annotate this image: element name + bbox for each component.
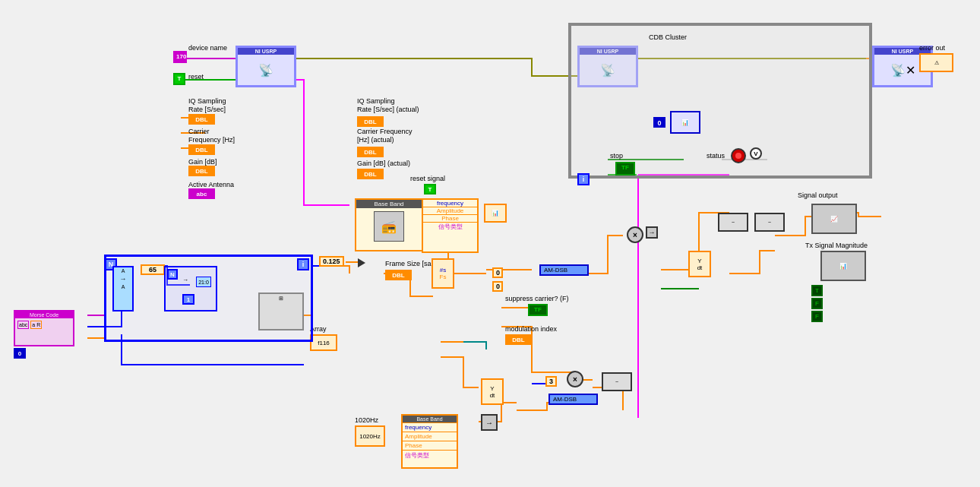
bottom-signal-cluster[interactable]: Base Band frequency Amplitude Phase 信号类型 xyxy=(401,414,458,469)
stop-indicator[interactable] xyxy=(731,148,746,163)
array-block[interactable]: f116 xyxy=(310,334,337,351)
frequency-item: frequency xyxy=(423,200,477,207)
signal-subvi[interactable]: 📊 xyxy=(484,204,507,223)
bottom-phase: Phase xyxy=(403,441,457,450)
device-name-const[interactable]: 170 xyxy=(173,51,187,63)
buffer-block xyxy=(354,256,369,270)
morse-ar: a R xyxy=(30,321,42,329)
multiply-func[interactable]: × xyxy=(627,226,643,243)
iq-actual-label: IQ Sampling xyxy=(357,97,395,105)
bottom-type: 信号类型 xyxy=(403,450,457,460)
multiply-bottom[interactable]: × xyxy=(567,371,583,387)
shift-reg-arrow: → xyxy=(119,274,128,283)
reset-bool[interactable]: T xyxy=(173,73,185,85)
bottom-amp: Amplitude xyxy=(403,432,457,441)
f-ind-2[interactable]: F xyxy=(811,311,823,322)
inner-reg[interactable]: 21:0 xyxy=(196,277,211,287)
waveform-chart[interactable]: 📊 xyxy=(670,111,700,134)
iq-sampling-dbl[interactable]: DBL xyxy=(188,114,215,125)
zero-const-1[interactable]: 0 xyxy=(492,267,503,278)
gain-actual-dbl[interactable]: DBL xyxy=(357,169,384,179)
stop-bool[interactable]: TF xyxy=(615,162,635,176)
device-name-label: device name xyxy=(188,44,227,52)
t-ind[interactable]: T xyxy=(811,285,823,296)
tx-magnitude-block[interactable]: 📊 xyxy=(820,251,866,281)
fs-label: #s xyxy=(440,267,446,274)
zero-const-2[interactable]: 0 xyxy=(492,281,503,292)
while-i-label[interactable]: i xyxy=(577,173,590,185)
gain-dbl[interactable]: DBL xyxy=(188,166,215,176)
hz-1020-const[interactable]: 1020Hz xyxy=(355,425,385,447)
am-dsb-enum-1[interactable]: AM-DSB xyxy=(539,264,589,276)
inner-i[interactable]: 1 xyxy=(182,294,194,305)
carrier-freq-label2: Frequency [Hz] xyxy=(188,136,235,144)
fs-block[interactable]: #s Fs xyxy=(432,258,454,289)
value-3-const[interactable]: 3 xyxy=(545,376,557,387)
fs-label2: Fs xyxy=(440,274,447,280)
active-antenna-label: Active Antenna xyxy=(188,181,234,188)
waveform-op-bottom[interactable]: ~ xyxy=(602,372,632,391)
int-zero-const[interactable]: 0 xyxy=(14,348,26,359)
for-i-label[interactable]: i xyxy=(297,258,309,270)
baseband-icon: 📻 xyxy=(374,211,404,242)
inner-loop-block[interactable]: N → 21:0 1 xyxy=(164,266,217,311)
modulation-index-dbl[interactable]: DBL xyxy=(505,334,532,345)
baseband-cluster[interactable]: Base Band 📻 xyxy=(355,198,423,251)
inner-arrow: → xyxy=(182,277,188,283)
f-ind-1[interactable]: F xyxy=(811,298,823,309)
array-build-subvi[interactable]: ⊞ xyxy=(258,293,304,330)
arrow-func-1[interactable]: → xyxy=(646,226,658,239)
carrier-freq-dbl[interactable]: DBL xyxy=(188,144,215,155)
morse-code-title: Morse Code xyxy=(15,311,73,318)
y-dt-block-2[interactable]: Y dt xyxy=(481,378,504,405)
array-build-icon: ⊞ xyxy=(260,294,302,303)
stop-label: stop xyxy=(610,152,623,160)
iq-sampling-label2: Rate [S/sec] xyxy=(188,106,226,113)
shift-register-block[interactable]: A → A xyxy=(112,266,134,311)
gain-label: Gain [dB] xyxy=(188,158,217,166)
amplitude-item: Amplitude xyxy=(423,207,477,214)
cdb-zero-const[interactable]: 0 xyxy=(653,117,665,128)
waveform-op-2[interactable]: ~ xyxy=(754,213,785,232)
shift-reg-a2: A xyxy=(121,283,126,290)
niusrp-right-icon: 📡✕ xyxy=(890,55,915,85)
niusrp-title: NI USRP xyxy=(238,48,294,55)
dt-label-2: dt xyxy=(490,392,495,399)
iq-actual-dbl[interactable]: DBL xyxy=(357,116,384,127)
inner-n[interactable]: N xyxy=(167,269,178,280)
value-65-const[interactable]: 65 xyxy=(141,264,165,275)
carrier-actual-label2: [Hz] (actual) xyxy=(357,136,394,144)
signal-type-item: 信号类型 xyxy=(423,222,477,231)
carrier-freq-label: Carrier xyxy=(188,128,210,135)
error-out-block[interactable]: ⚠ xyxy=(919,53,953,72)
y-dt-block-1[interactable]: Y dt xyxy=(688,251,711,277)
iq-sampling-label: IQ Sampling xyxy=(188,97,226,105)
iq-actual-label2: Rate [S/sec] (actual) xyxy=(357,106,419,113)
waveform-op-1[interactable]: ~ xyxy=(718,213,748,232)
status-label: status xyxy=(707,152,725,160)
value-0125-const[interactable]: 0.125 xyxy=(319,256,344,267)
active-antenna-str[interactable]: abc xyxy=(188,188,215,199)
bottom-arrow[interactable]: → xyxy=(481,414,498,431)
signal-output-label: Signal output xyxy=(798,191,838,199)
am-dsb-enum-2[interactable]: AM-DSB xyxy=(548,394,598,405)
hz-1020-label: 1020Hz xyxy=(355,416,378,424)
niusrp-icon: 📡 xyxy=(258,55,273,85)
baseband-title: Base Band xyxy=(356,200,422,208)
block-diagram-canvas: device name reset 170 T NI USRP 📡 IQ Sam… xyxy=(0,0,980,487)
gain-actual-label: Gain [dB] (actual) xyxy=(357,160,410,167)
frame-size-dbl[interactable]: DBL xyxy=(385,270,412,280)
shift-reg-a: A xyxy=(121,267,126,274)
cdb-cluster-label: CDB Cluster xyxy=(649,33,687,41)
suppress-carrier-bool[interactable]: TF xyxy=(528,304,548,316)
v-indicator[interactable]: V xyxy=(750,147,762,160)
carrier-actual-label: Carrier Frequency xyxy=(357,128,413,135)
signal-output-block[interactable]: 📈 xyxy=(811,204,857,234)
signal-params-cluster[interactable]: frequency Amplitude Phase 信号类型 xyxy=(422,198,479,253)
niusrp-tx-block[interactable]: NI USRP 📡 xyxy=(236,46,296,87)
tx-magnitude-label: Tx Signal Magnitude xyxy=(805,242,868,249)
carrier-actual-dbl[interactable]: DBL xyxy=(357,147,384,157)
morse-code-block[interactable]: Morse Code abc a R xyxy=(14,310,74,346)
reset-signal-bool[interactable]: T xyxy=(424,184,436,194)
suppress-carrier-label: suppress carrier? (F) xyxy=(505,295,569,302)
